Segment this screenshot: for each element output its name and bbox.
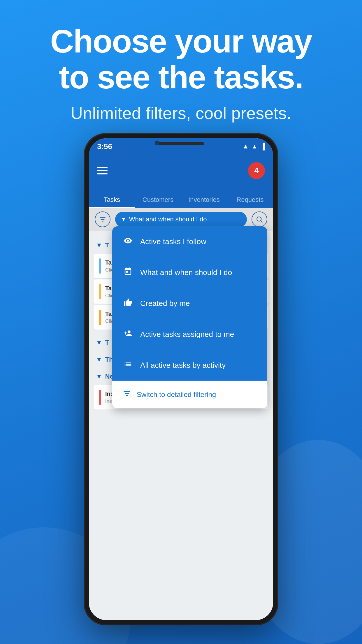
dropdown-item-label-createdme: Created by me: [140, 299, 190, 308]
status-bar: 3:56 ▲ ▲ ▐: [89, 138, 273, 155]
dropdown-item-whatwhen[interactable]: What and when should I do: [112, 257, 267, 288]
hero-title: Choose your wayto see the tasks.: [23, 23, 339, 95]
status-time: 3:56: [97, 142, 112, 151]
filter-dropdown[interactable]: ▼ What and when should I do: [115, 212, 247, 227]
tab-customers[interactable]: Customers: [135, 196, 181, 208]
task-bar: [99, 390, 101, 405]
signal-icon: ▲: [252, 143, 258, 150]
hero-section: Choose your wayto see the tasks. Unlimit…: [0, 23, 362, 123]
hero-subtitle: Unlimited filters, cool presets.: [23, 103, 339, 123]
switch-detailed-filtering[interactable]: Switch to detailed filtering: [112, 381, 267, 408]
phone-camera: [155, 141, 159, 145]
dropdown-item-follow[interactable]: Active tasks I follow: [112, 226, 267, 257]
dropdown-item-label-follow: Active tasks I follow: [140, 237, 206, 246]
phone-screen: 3:56 ▲ ▲ ▐ 4 Tasks Customers Inventories…: [89, 138, 273, 620]
dropdown-blue-section: Active tasks I follow What and when shou…: [112, 226, 267, 381]
task-bar: [99, 284, 101, 299]
tab-requests[interactable]: Requests: [227, 196, 273, 208]
list-icon: [123, 360, 133, 371]
dropdown-item-label-whatwhen: What and when should I do: [140, 268, 232, 277]
dropdown-item-label-allactive: All active tasks by activity: [140, 361, 226, 370]
thumbsup-icon: [123, 298, 133, 309]
svg-rect-1: [124, 391, 130, 392]
section-label-t2: ▼ T: [96, 339, 109, 346]
dropdown-item-label-assignedme: Active tasks assigned to me: [140, 330, 234, 339]
battery-icon: ▐: [260, 143, 265, 150]
filter-button[interactable]: [95, 211, 110, 227]
filter-preset-dropdown: Active tasks I follow What and when shou…: [112, 226, 267, 408]
switch-detailed-label: Switch to detailed filtering: [137, 391, 216, 399]
hamburger-menu-icon[interactable]: [97, 167, 108, 174]
phone-speaker: [158, 142, 204, 145]
person-add-icon: [123, 329, 133, 340]
task-bar: [99, 258, 101, 274]
task-bar: [99, 310, 101, 325]
chevron-down-icon: ▼: [121, 216, 126, 223]
search-button[interactable]: [252, 211, 267, 227]
dropdown-white-section: Switch to detailed filtering: [112, 381, 267, 408]
svg-rect-2: [125, 393, 129, 394]
eye-icon: [123, 236, 133, 247]
search-icon: [256, 216, 263, 223]
calendar-icon: [123, 267, 133, 278]
hamburger-line: [97, 167, 108, 168]
hamburger-line: [97, 173, 108, 174]
dropdown-item-assignedme[interactable]: Active tasks assigned to me: [112, 319, 267, 350]
wifi-icon: ▲: [242, 143, 249, 150]
tab-tasks[interactable]: Tasks: [89, 196, 135, 208]
filter-icon: [99, 216, 106, 223]
phone-frame: 3:56 ▲ ▲ ▐ 4 Tasks Customers Inventories…: [85, 134, 277, 624]
tab-inventories[interactable]: Inventories: [181, 196, 227, 208]
section-label-t: ▼ T: [96, 242, 109, 249]
app-bar: 4: [89, 155, 273, 187]
dropdown-item-createdme[interactable]: Created by me: [112, 288, 267, 319]
filter-dropdown-text: What and when should I do: [129, 216, 207, 223]
notification-badge[interactable]: 4: [248, 162, 265, 179]
dropdown-item-allactive[interactable]: All active tasks by activity: [112, 350, 267, 381]
status-icons: ▲ ▲ ▐: [242, 143, 265, 150]
filter-detailed-icon: [123, 389, 131, 400]
tab-bar: Tasks Customers Inventories Requests: [89, 187, 273, 208]
svg-rect-3: [126, 395, 128, 396]
hamburger-line: [97, 170, 108, 171]
